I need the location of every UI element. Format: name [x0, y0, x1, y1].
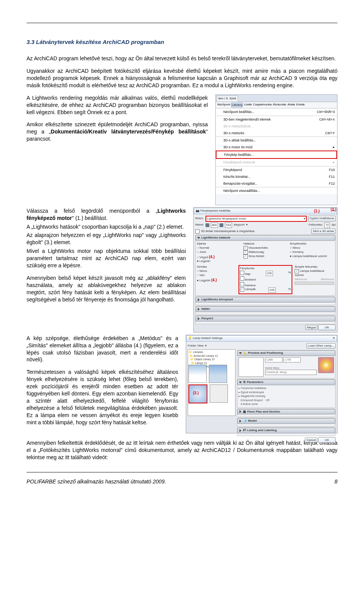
- paragraph: Az alaprajzon helyezzen el egy „LightWor…: [27, 232, 186, 246]
- cancel-button: Mégse: [305, 325, 317, 330]
- motor-dropdown: Lightworks fényképező motor ▾: [206, 216, 307, 222]
- annotation-2: (2.): [331, 207, 336, 212]
- paragraph: Válassza a felső legördülő menüpontból a…: [27, 207, 186, 222]
- paragraph: Amikor elkészítette szinezett épületmode…: [27, 121, 208, 143]
- annotation-4b: (4.): [211, 278, 217, 282]
- menu-item-highlighted: Fénykép beállítás...: [216, 151, 337, 159]
- paragraph: A „Lightworks hatások" csoportban kapcso…: [27, 223, 186, 231]
- paragraph: Ugyanakkor az ArchiCAD beépített fotókés…: [27, 67, 337, 89]
- section-heading: 3.3 Látványtervek készítése ArchiCAD pro…: [27, 38, 337, 46]
- cancel-button: Cancel: [305, 438, 317, 442]
- paragraph: Természetessen a valósághű képek elkészí…: [27, 369, 178, 426]
- paragraph: A Lightworks rendering megoldás már alka…: [27, 94, 208, 116]
- menu-item: Nézőpont beállítás...Ctrl+Shift+3: [216, 108, 337, 115]
- footer-title: POLIFARBE színező alkalmazás használati …: [27, 478, 166, 485]
- ok-button: OK: [318, 325, 336, 330]
- annotation-1: (1.): [314, 209, 320, 214]
- tab: terv / 0. Szint: [217, 96, 238, 102]
- page-bottom-rule: [27, 472, 337, 472]
- screenshot-menu-panel: terv / 0. Szint Nézőpont Látvány Listák …: [215, 94, 337, 205]
- annotation-3: (3.): [193, 391, 199, 396]
- page-top-rule: [27, 23, 337, 23]
- close-icon: ✕: [333, 336, 335, 340]
- paragraph: Az ArchiCAD program lehetővé teszi, hogy…: [27, 55, 337, 62]
- paragraph: Amennyiben felkeltettük érdeklődését, de…: [27, 439, 337, 461]
- annotation-4a: (4.): [209, 255, 215, 259]
- ok-button: OK: [318, 437, 336, 443]
- screenshot-render-settings-dialog: 📷 Fényképezés beállítás✕ (1.) Motor: Lig…: [193, 207, 337, 333]
- paragraph: A kép szépsége, élethűsége érdekében a „…: [27, 335, 178, 364]
- screenshot-lamp-settings-dialog: 💡 Lamp Default Settings✕ Folder View▾ Lo…: [186, 335, 337, 433]
- page-footer: POLIFARBE színező alkalmazás használati …: [27, 478, 337, 485]
- paragraph: Amennyiben belső képet készít javasolt m…: [27, 275, 186, 303]
- page-number: 8: [334, 478, 337, 485]
- light-sources-group: (2.) Fényforrás Nap100 % Ambient Kamera …: [238, 265, 293, 294]
- window-tab-row: terv / 0. Szint: [216, 95, 337, 102]
- paragraph: Mivel a LightWorks motor nap objektuma s…: [27, 248, 186, 269]
